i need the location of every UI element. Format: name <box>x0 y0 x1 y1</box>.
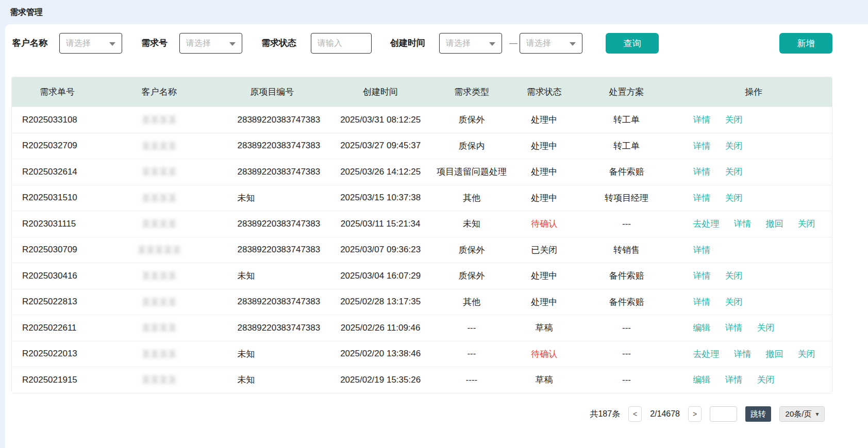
add-button[interactable]: 新增 <box>779 33 832 54</box>
customer-name-cell: 某某某某 <box>103 114 216 126</box>
project-no-cell: 28389220383747383 <box>216 297 329 307</box>
demand-type-cell: --- <box>432 323 511 333</box>
demand-no-select[interactable]: 请选择 <box>179 33 242 54</box>
demand-type-cell: ---- <box>432 375 511 385</box>
project-no-cell: 未知 <box>216 348 329 360</box>
customer-name-redacted: 某某某某 <box>142 167 177 177</box>
customer-name-cell: 某某某某 <box>103 192 216 204</box>
action-detail-link[interactable]: 详情 <box>693 140 710 152</box>
table-row: R2025032614某某某某283892203837473832025/03/… <box>12 159 832 185</box>
project-no-cell: 28389220383747383 <box>216 245 329 255</box>
action-detail-link[interactable]: 详情 <box>693 166 710 178</box>
action-close-link[interactable]: 关闭 <box>725 296 742 308</box>
demand-status-input[interactable] <box>318 39 365 48</box>
total-count: 共187条 <box>590 409 620 420</box>
caret-down-icon <box>570 42 576 46</box>
action-withdraw-link[interactable]: 撤回 <box>765 348 783 360</box>
action-close-link[interactable]: 关闭 <box>725 270 742 282</box>
action-close-link[interactable]: 关闭 <box>757 374 774 386</box>
action-edit-link[interactable]: 编辑 <box>693 374 710 386</box>
column-header: 创建时间 <box>328 86 432 98</box>
plan-cell: 转工单 <box>578 140 676 152</box>
customer-name-redacted: 某某某某 <box>142 115 177 125</box>
demand-type-cell: 质保内 <box>432 140 511 152</box>
plan-cell: --- <box>578 323 676 333</box>
action-detail-link[interactable]: 详情 <box>725 322 742 334</box>
search-button[interactable]: 查询 <box>606 33 659 54</box>
action-detail-link[interactable]: 详情 <box>725 374 742 386</box>
table-header: 需求单号客户名称原项目编号创建时间需求类型需求状态处置方案操作 <box>12 77 832 107</box>
action-close-link[interactable]: 关闭 <box>725 114 742 126</box>
created-time-from-placeholder: 请选择 <box>446 38 471 49</box>
column-header: 处置方案 <box>578 86 676 98</box>
action-detail-link[interactable]: 详情 <box>693 114 710 126</box>
customer-name-cell: 某某某某 <box>103 166 216 178</box>
action-process-link[interactable]: 去处理 <box>693 218 719 230</box>
action-detail-link[interactable]: 详情 <box>733 218 751 230</box>
plan-cell: 转项目经理 <box>578 192 676 204</box>
customer-name-cell: 某某某某 <box>103 270 216 282</box>
pagination: 共187条 < 2/14678 > 跳转 20条/页 ▾ <box>590 406 825 422</box>
jump-button[interactable]: 跳转 <box>745 406 771 422</box>
customer-name-redacted: 某某某某 <box>142 349 177 359</box>
action-detail-link[interactable]: 详情 <box>693 270 710 282</box>
table-row: R2025031510某某某某未知2025/03/15 10:37:38其他处理… <box>12 185 832 211</box>
project-no-cell: 未知 <box>216 270 329 282</box>
action-detail-link[interactable]: 详情 <box>693 296 710 308</box>
demand-type-cell: 质保外 <box>432 114 511 126</box>
project-no-cell: 28389220383747383 <box>216 141 329 151</box>
action-close-link[interactable]: 关闭 <box>757 322 774 334</box>
action-process-link[interactable]: 去处理 <box>693 348 719 360</box>
action-close-link[interactable]: 关闭 <box>797 218 815 230</box>
action-edit-link[interactable]: 编辑 <box>693 322 710 334</box>
created-time-to-select[interactable]: 请选择 <box>520 33 582 54</box>
table-body: R2025033108某某某某283892203837473832025/03/… <box>12 107 832 393</box>
created-time-cell: 2025/03/27 09:45:37 <box>328 141 432 151</box>
page-size-select[interactable]: 20条/页 ▾ <box>779 406 825 422</box>
column-header: 需求类型 <box>432 86 511 98</box>
actions-cell: 去处理详情撤回关闭 <box>675 218 832 230</box>
column-header: 客户名称 <box>103 86 216 98</box>
demand-id-cell: R2025021915 <box>12 375 103 385</box>
table-row: R2025032709某某某某283892203837473832025/03/… <box>12 133 832 159</box>
customer-name-redacted: 某某某某 <box>142 375 177 385</box>
actions-cell: 去处理详情撤回关闭 <box>675 348 832 360</box>
action-detail-link[interactable]: 详情 <box>693 244 710 256</box>
customer-name-cell: 某某某某 <box>103 374 216 386</box>
demand-no-label: 需求号 <box>141 33 168 54</box>
demand-id-cell: R2025022013 <box>12 349 103 359</box>
content-card: 客户名称 请选择 需求号 请选择 需求状态 创建时间 请选择 — 请选择 查询 … <box>5 24 868 448</box>
demand-type-cell: --- <box>432 349 511 359</box>
customer-name-redacted: 某某某某 <box>142 271 177 281</box>
jump-page-input[interactable] <box>710 406 737 422</box>
created-time-cell: 2025/02/26 11:09:46 <box>328 323 432 333</box>
column-header: 需求单号 <box>12 86 103 98</box>
action-withdraw-link[interactable]: 撤回 <box>765 218 783 230</box>
plan-cell: --- <box>578 219 676 229</box>
actions-cell: 编辑详情关闭 <box>675 374 832 386</box>
caret-down-icon <box>109 42 115 46</box>
plan-cell: --- <box>578 349 676 359</box>
created-time-cell: 2025/02/20 13:38:46 <box>328 349 432 359</box>
action-close-link[interactable]: 关闭 <box>725 192 742 204</box>
table-row: R2025030709某某某某某283892203837473832025/03… <box>12 237 832 263</box>
next-page-button[interactable]: > <box>688 406 702 422</box>
action-close-link[interactable]: 关闭 <box>725 166 742 178</box>
customer-name-select[interactable]: 请选择 <box>59 33 122 54</box>
action-detail-link[interactable]: 详情 <box>693 192 710 204</box>
customer-name-select-placeholder: 请选择 <box>66 38 91 49</box>
prev-page-button[interactable]: < <box>628 406 642 422</box>
demand-status-cell: 处理中 <box>511 114 578 126</box>
demand-id-cell: R2025022813 <box>12 297 103 307</box>
customer-name-redacted: 某某某某 <box>142 323 177 333</box>
action-close-link[interactable]: 关闭 <box>725 140 742 152</box>
column-header: 操作 <box>675 86 832 98</box>
action-close-link[interactable]: 关闭 <box>797 348 815 360</box>
demand-type-cell: 项目遗留问题处理 <box>432 166 511 178</box>
created-time-from-select[interactable]: 请选择 <box>439 33 502 54</box>
action-detail-link[interactable]: 详情 <box>733 348 751 360</box>
customer-name-cell: 某某某某 <box>103 322 216 334</box>
customer-name-redacted: 某某某某 <box>142 193 177 203</box>
table-row: R2025022611某某某某283892203837473832025/02/… <box>12 315 832 341</box>
column-header: 原项目编号 <box>216 86 329 98</box>
